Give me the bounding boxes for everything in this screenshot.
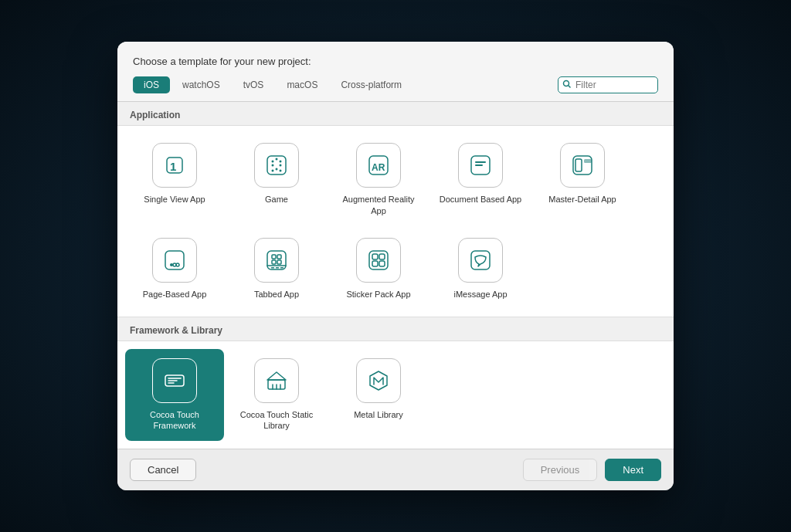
cocoa-touch-static-label: Cocoa Touch Static Library — [233, 409, 320, 432]
dialog-footer: Cancel Previous Next — [117, 449, 674, 490]
master-detail-icon — [560, 143, 605, 188]
svg-rect-19 — [575, 159, 582, 171]
svg-text:AR: AR — [372, 162, 385, 173]
svg-point-6 — [276, 158, 278, 161]
svg-text:1: 1 — [170, 160, 176, 173]
single-view-label: Single View App — [144, 194, 205, 205]
sticker-pack-icon — [356, 238, 401, 283]
dialog-body: Application 1 Single View App — [117, 102, 674, 448]
cocoa-touch-static-icon — [254, 358, 299, 403]
cancel-button[interactable]: Cancel — [130, 459, 196, 481]
game-label: Game — [265, 194, 288, 205]
tab-bar-tabs: iOS watchOS tvOS macOS Cross-platform — [133, 76, 558, 93]
document-label: Document Based App — [440, 194, 521, 205]
template-tabbed[interactable]: Tabbed App — [227, 229, 326, 309]
svg-point-5 — [272, 161, 274, 163]
svg-rect-32 — [272, 260, 276, 264]
tabbed-label: Tabbed App — [254, 289, 299, 300]
tabbed-icon — [254, 238, 299, 283]
svg-point-10 — [276, 168, 278, 171]
template-imessage[interactable]: iMessage App — [431, 229, 530, 309]
svg-rect-35 — [372, 254, 378, 259]
framework-section-label: Framework & Library — [117, 317, 674, 341]
svg-point-12 — [280, 170, 282, 172]
svg-rect-25 — [267, 251, 286, 269]
svg-point-0 — [564, 81, 569, 86]
previous-button[interactable]: Previous — [523, 459, 598, 481]
svg-rect-39 — [471, 251, 490, 269]
framework-grid: Cocoa Touch Framework Cocoa Touch Static… — [117, 341, 674, 449]
game-icon — [254, 143, 299, 188]
svg-line-1 — [569, 86, 571, 88]
svg-point-24 — [176, 263, 179, 266]
document-icon — [458, 143, 503, 188]
svg-rect-16 — [475, 161, 486, 163]
master-detail-label: Master-Detail App — [548, 194, 616, 205]
ar-icon: AR — [356, 143, 401, 188]
svg-rect-27 — [271, 267, 274, 269]
svg-marker-46 — [267, 372, 286, 380]
template-sticker-pack[interactable]: Sticker Pack App — [329, 229, 428, 309]
tab-cross-platform[interactable]: Cross-platform — [330, 76, 412, 93]
svg-rect-28 — [276, 267, 279, 269]
template-game[interactable]: Game — [227, 134, 326, 225]
dialog-header: Choose a template for your new project: … — [117, 42, 674, 102]
svg-point-7 — [280, 161, 282, 163]
filter-input[interactable] — [558, 76, 658, 93]
next-button[interactable]: Next — [605, 459, 661, 481]
cocoa-touch-framework-label: Cocoa Touch Framework — [131, 409, 218, 432]
svg-marker-50 — [370, 371, 387, 390]
template-cocoa-touch-framework[interactable]: Cocoa Touch Framework — [125, 349, 224, 441]
dialog-title: Choose a template for your new project: — [133, 56, 658, 67]
svg-rect-34 — [369, 251, 388, 269]
metal-library-label: Metal Library — [354, 409, 403, 420]
svg-rect-36 — [379, 254, 385, 259]
application-section-label: Application — [117, 102, 674, 126]
filter-icon — [562, 80, 572, 90]
tab-bar: iOS watchOS tvOS macOS Cross-platform — [133, 76, 658, 93]
svg-rect-33 — [277, 260, 281, 264]
template-master-detail[interactable]: Master-Detail App — [533, 134, 632, 225]
metal-library-icon — [356, 358, 401, 403]
template-document[interactable]: Document Based App — [431, 134, 530, 225]
cocoa-touch-framework-icon — [152, 358, 197, 403]
svg-rect-20 — [584, 159, 592, 163]
sticker-pack-label: Sticker Pack App — [346, 289, 410, 300]
template-cocoa-touch-static[interactable]: Cocoa Touch Static Library — [227, 349, 326, 441]
template-page-based[interactable]: Page-Based App — [125, 229, 224, 309]
page-based-icon — [152, 238, 197, 283]
svg-point-11 — [272, 170, 274, 172]
svg-rect-30 — [272, 255, 276, 259]
tab-tvos[interactable]: tvOS — [233, 76, 275, 93]
page-based-label: Page-Based App — [143, 289, 207, 300]
svg-rect-31 — [277, 255, 281, 259]
tab-ios[interactable]: iOS — [133, 76, 170, 93]
tab-watchos[interactable]: watchOS — [171, 76, 231, 93]
svg-point-8 — [272, 164, 274, 167]
application-grid: 1 Single View App — [117, 126, 674, 317]
tab-macos[interactable]: macOS — [276, 76, 328, 93]
filter-wrap — [558, 76, 658, 93]
template-dialog: Choose a template for your new project: … — [117, 42, 674, 490]
imessage-label: iMessage App — [453, 289, 507, 300]
single-view-icon: 1 — [152, 143, 197, 188]
svg-rect-38 — [379, 261, 385, 266]
ar-label: Augmented Reality App — [335, 194, 422, 216]
svg-rect-17 — [475, 164, 483, 166]
svg-rect-44 — [168, 378, 182, 378]
template-metal-library[interactable]: Metal Library — [329, 349, 428, 441]
imessage-icon — [458, 238, 503, 283]
template-single-view[interactable]: 1 Single View App — [125, 134, 224, 225]
svg-point-9 — [280, 164, 282, 167]
svg-rect-37 — [372, 261, 378, 266]
template-ar[interactable]: AR Augmented Reality App — [329, 134, 428, 225]
footer-right: Previous Next — [523, 459, 661, 481]
svg-rect-29 — [280, 267, 283, 269]
